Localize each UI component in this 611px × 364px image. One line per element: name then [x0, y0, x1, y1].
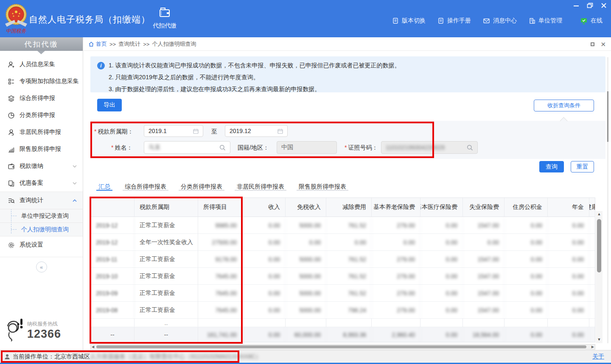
breadcrumb-sep: >>: [109, 41, 116, 47]
table-row[interactable]: 2019-12 全年一次性奖金收入 27500.00 0.00 0.00 0.0…: [91, 234, 595, 251]
chevron-down-icon: [73, 182, 77, 185]
scroll-right-arrow[interactable]: ▶: [591, 345, 594, 349]
total-item: --: [135, 327, 198, 342]
menu-online-status[interactable]: 在线: [580, 17, 603, 25]
sidebar-item-query-statistics[interactable]: 查询统计: [0, 192, 83, 209]
sidebar-item-label: 限售股所得申报: [20, 145, 61, 153]
cell-commercial-health: 0.00: [548, 251, 589, 267]
restore-icon[interactable]: [587, 3, 593, 8]
breadcrumb-home[interactable]: 首页: [88, 40, 107, 48]
table-header-cell: 免税收入: [286, 198, 326, 217]
total-income: 161,741.00: [198, 327, 242, 342]
menu-label: 消息中心: [493, 17, 517, 25]
about-link[interactable]: 关于: [592, 353, 604, 361]
cell-period: 2019-09: [91, 285, 135, 301]
table-row[interactable]: 2019-09 正常工资薪金 7645.00 0.00 5000.00 761.…: [91, 285, 595, 302]
id-number-input[interactable]: 110102199304220029: [381, 141, 478, 154]
cell-deduction: 5000.00: [286, 302, 326, 318]
cell-housing-fund: 1547.00: [463, 302, 504, 318]
sidebar-subitem-unit-declaration-query[interactable]: 单位申报记录查询: [0, 209, 83, 222]
nav-tab-withholding[interactable]: 代扣代缴: [148, 7, 182, 30]
person-add-icon: [8, 61, 15, 68]
page-scrollbar[interactable]: [607, 57, 608, 343]
cell-housing-fund: 1547.00: [463, 285, 504, 301]
cell-pension: 761.52: [326, 251, 372, 267]
user-icon: [4, 354, 10, 360]
scroll-down-arrow[interactable]: ▼: [596, 337, 603, 342]
sidebar-item-special-deduction[interactable]: 专项附加扣除信息采集: [0, 73, 83, 90]
content-tab-bar: 首页 >> 查询统计 >> 个人扣缴明细查询 ✕: [83, 37, 611, 51]
calendar-icon[interactable]: [277, 128, 283, 134]
pane-close-icon[interactable]: ✕: [600, 41, 606, 47]
cell-clipped: [589, 302, 595, 318]
nationality-input[interactable]: 中国: [277, 141, 337, 154]
sidebar-item-system-settings[interactable]: 系统设置: [0, 236, 83, 253]
vertical-scroll-thumb[interactable]: [597, 219, 601, 272]
cell-period: 2019-12: [91, 234, 135, 250]
period-to-input[interactable]: 2019.12: [225, 125, 288, 137]
sidebar-item-tax-payment[interactable]: 税款缴纳: [0, 158, 83, 175]
sidebar-collapse-button[interactable]: «: [36, 261, 47, 272]
calendar-icon[interactable]: [193, 128, 199, 134]
window-controls: [573, 3, 607, 8]
tab[interactable]: 分类所得申报表: [179, 182, 224, 191]
sidebar-divider: [0, 257, 83, 257]
tab[interactable]: 非居民所得申报表: [235, 182, 286, 191]
period-from-input[interactable]: 2019.1: [144, 125, 203, 137]
scroll-up-arrow[interactable]: ▲: [596, 212, 603, 216]
search-icon[interactable]: [219, 144, 226, 151]
table-row[interactable]: 2019-11 正常工资薪金 9178.00 0.00 5000.00 761.…: [91, 251, 595, 268]
minimize-icon[interactable]: [573, 3, 579, 8]
export-button[interactable]: 导出: [97, 99, 122, 111]
bar-chart-icon: [8, 146, 15, 153]
cell-deduction: 5000.00: [286, 217, 326, 233]
sidebar-item-personnel-info[interactable]: 人员信息采集: [0, 56, 83, 73]
sidebar-item-label: 专项附加扣除信息采集: [20, 78, 79, 85]
table-row[interactable]: 2019-12 正常工资薪金 9985.00 0.00 5000.00 761.…: [91, 217, 595, 234]
page-scroll-thumb[interactable]: [607, 91, 608, 142]
cell-annuity: 0.00: [504, 285, 548, 301]
close-icon[interactable]: [601, 3, 607, 8]
table-total-row: -- -- 161,741.00 0.00 60,000.00 8,993.36…: [91, 327, 595, 342]
notice-line: 1. 该查询统计表仅能查询已申报成功的数据，不包含未申报、申报失败，已申报但已作…: [109, 59, 401, 71]
cell-income: 9178.00: [198, 251, 242, 267]
table-horizontal-scrollbar[interactable]: ◀ ▶: [90, 344, 595, 350]
cell-pension: 0.00: [326, 234, 372, 250]
tab[interactable]: 汇总: [96, 182, 112, 191]
tab[interactable]: 限售股所得申报表: [297, 182, 348, 191]
table-row[interactable]: 2019-10 正常工资薪金 7645.00 0.00 5000.00 761.…: [91, 268, 595, 285]
reset-button[interactable]: 重置: [571, 161, 594, 172]
sidebar-item-nonresident-income[interactable]: 非居民所得申报: [0, 124, 83, 141]
tab[interactable]: 综合所得申报表: [123, 182, 168, 191]
scroll-left-arrow[interactable]: ◀: [92, 345, 94, 349]
gear-icon: [8, 242, 15, 249]
menu-version-switch[interactable]: 版本切换: [392, 17, 426, 25]
sidebar-item-classified-income[interactable]: 分类所得申报: [0, 107, 83, 124]
to-label: 至: [211, 125, 217, 138]
sidebar-item-preferential-filing[interactable]: 优惠备案: [0, 175, 83, 192]
sidebar-item-label: 非居民所得申报: [20, 128, 61, 136]
cell-income-item: 正常工资薪金: [135, 251, 198, 267]
horizontal-scroll-thumb[interactable]: [96, 345, 586, 348]
cell-annuity: 0.00: [504, 302, 548, 318]
top-menu: 版本切换 操作手册 消息中心 单位管理 在线: [392, 17, 603, 25]
menu-unit-management[interactable]: 单位管理: [529, 17, 562, 25]
sidebar-item-restricted-shares[interactable]: 限售股所得申报: [0, 141, 83, 158]
menu-manual[interactable]: 操作手册: [437, 17, 471, 25]
cell-tax-free-income: 0.00: [242, 234, 286, 250]
pane-maximize-icon[interactable]: [591, 42, 594, 46]
menu-message-center[interactable]: 消息中心: [483, 17, 517, 25]
table-vertical-scrollbar[interactable]: ▲ ▼: [596, 211, 603, 343]
sidebar-item-comprehensive-income[interactable]: 综合所得申报: [0, 90, 83, 107]
cell-commercial-health: 0.00: [548, 234, 589, 250]
collapse-query-button[interactable]: 收折查询条件: [534, 100, 594, 111]
total-deduction: 60,000.00: [286, 327, 326, 342]
wallet-icon: [8, 163, 15, 170]
table-header-row: 税款所属期 所得项目 收入 免税收入 减除费用 基本养老保险费 基本医疗保险费 …: [91, 198, 595, 217]
search-icon[interactable]: [467, 144, 473, 151]
query-button[interactable]: 查询: [539, 161, 564, 172]
sidebar-subitem-personal-withholding-query[interactable]: 个人扣缴明细查询: [0, 222, 83, 236]
name-input[interactable]: 马某: [144, 141, 230, 154]
table-row[interactable]: 2019-08 正常工资薪金 7645.00 0.00 5000.00 798.…: [91, 302, 595, 319]
pie-chart-icon: [8, 112, 15, 119]
